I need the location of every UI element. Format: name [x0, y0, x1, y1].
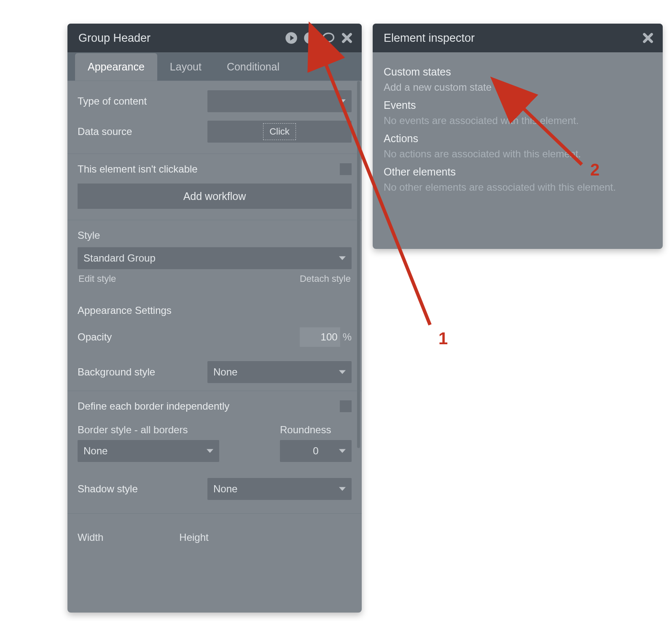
svg-rect-3: [309, 37, 311, 41]
define-each-border-checkbox[interactable]: [340, 400, 352, 412]
actions-text: No actions are associated with this elem…: [384, 148, 652, 160]
tabs: Appearance Layout Conditional: [67, 52, 362, 81]
panel-header: Group Header: [67, 24, 362, 52]
clickable-note: This element isn't clickable: [78, 163, 198, 175]
background-style-select[interactable]: None: [207, 361, 352, 383]
close-icon[interactable]: [341, 32, 353, 44]
custom-states-title: Custom states: [384, 66, 652, 78]
close-icon[interactable]: [642, 32, 654, 44]
width-label: Width: [78, 532, 103, 543]
border-style-select[interactable]: None: [78, 440, 219, 462]
other-elements-title: Other elements: [384, 166, 652, 178]
other-elements-text: No other elements are associated with th…: [384, 181, 652, 193]
type-of-content-label: Type of content: [78, 95, 147, 107]
chevron-down-icon: [207, 449, 213, 453]
panel-body: Type of content Data source Click This e…: [67, 81, 362, 563]
events-title: Events: [384, 99, 652, 111]
height-label: Height: [179, 532, 208, 543]
opacity-label: Opacity: [78, 331, 112, 343]
inspector-body: Custom states Add a new custom state Eve…: [373, 52, 663, 207]
style-select[interactable]: Standard Group: [78, 247, 352, 269]
style-label: Style: [78, 230, 352, 241]
annotation-label-2: 2: [590, 160, 599, 179]
events-text: No events are associated with this eleme…: [384, 115, 652, 127]
inspector-header: Element inspector: [373, 24, 663, 52]
element-inspector-panel: Element inspector Custom states Add a ne…: [373, 24, 663, 249]
add-workflow-button[interactable]: Add workflow: [78, 184, 352, 209]
edit-style-link[interactable]: Edit style: [78, 273, 116, 284]
inspector-title: Element inspector: [384, 32, 475, 45]
comment-icon[interactable]: [322, 32, 335, 44]
tab-appearance[interactable]: Appearance: [75, 53, 157, 81]
shadow-style-select[interactable]: None: [207, 478, 352, 500]
svg-rect-4: [309, 35, 311, 37]
property-editor-panel: Group Header Appearance Layout Condition…: [67, 24, 362, 613]
chevron-down-icon: [339, 100, 346, 103]
appearance-settings-label: Appearance Settings: [78, 305, 352, 316]
data-source-label: Data source: [78, 126, 132, 138]
actions-title: Actions: [384, 132, 652, 145]
chevron-down-icon: [339, 487, 346, 491]
chevron-down-icon: [339, 256, 346, 260]
info-icon[interactable]: [304, 32, 316, 44]
shadow-style-label: Shadow style: [78, 483, 138, 495]
tab-conditional[interactable]: Conditional: [214, 53, 292, 81]
tab-layout[interactable]: Layout: [157, 53, 214, 81]
roundness-select[interactable]: 0: [280, 440, 352, 462]
annotation-label-1: 1: [438, 329, 448, 348]
opacity-unit: %: [343, 331, 352, 343]
chevron-down-icon: [339, 370, 346, 374]
type-of-content-select[interactable]: [207, 90, 352, 112]
play-icon[interactable]: [285, 32, 298, 44]
scrollbar[interactable]: [357, 81, 360, 448]
define-each-border-label: Define each border independently: [78, 400, 229, 412]
panel-title[interactable]: Group Header: [78, 32, 151, 45]
clickable-checkbox[interactable]: [340, 163, 352, 175]
roundness-label: Roundness: [280, 424, 352, 436]
background-style-label: Background style: [78, 366, 155, 378]
chevron-down-icon: [339, 449, 346, 453]
detach-style-link[interactable]: Detach style: [300, 273, 351, 284]
data-source-input[interactable]: Click: [207, 121, 352, 143]
border-style-label: Border style - all borders: [78, 424, 188, 436]
add-custom-state-link[interactable]: Add a new custom state: [384, 81, 652, 93]
opacity-input[interactable]: 100: [300, 327, 340, 347]
panel-header-icons: [285, 32, 353, 44]
